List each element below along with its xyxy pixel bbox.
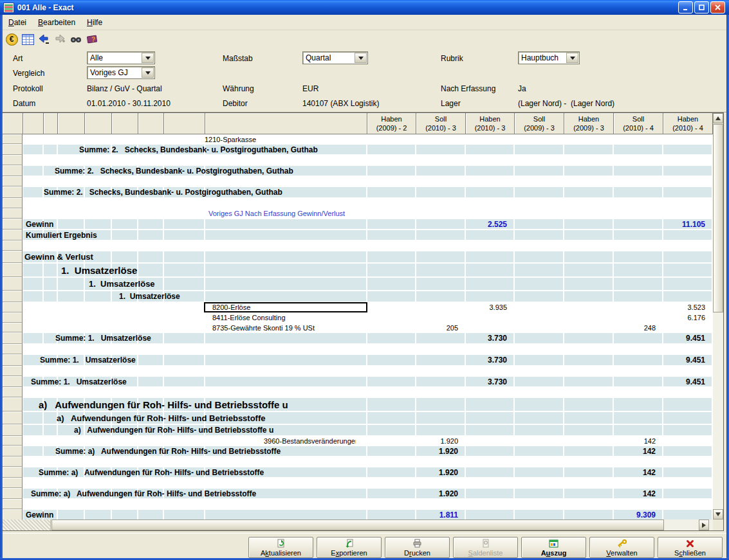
row-header[interactable] <box>3 366 23 376</box>
vertical-scrollbar[interactable] <box>713 113 723 519</box>
table-row[interactable]: 8735-Gewährte Skonti 19 % USt205248 <box>3 323 713 332</box>
row-header[interactable] <box>3 354 23 366</box>
column-header[interactable]: Soll(2010) - 3 <box>416 113 466 134</box>
row-header[interactable] <box>3 376 23 387</box>
row-header[interactable] <box>3 230 23 240</box>
row-header[interactable] <box>3 219 23 230</box>
column-header-empty[interactable] <box>44 113 58 134</box>
table-row[interactable]: Summe: 1. Umsatzerlöse3.7309.451 <box>3 332 713 344</box>
table-row[interactable]: 3960-Bestandsveränderungen1.920142 <box>3 436 713 446</box>
row-header[interactable] <box>3 176 23 186</box>
table-row[interactable]: Gewinn2.52511.105 <box>3 219 713 230</box>
minimize-button[interactable] <box>678 1 693 14</box>
table-row[interactable]: 8411-Erlöse Consulting6.176 <box>3 312 713 323</box>
column-header[interactable]: Haben(2009) - 3 <box>564 113 614 134</box>
row-header[interactable] <box>3 144 23 155</box>
column-header-empty[interactable] <box>85 113 112 134</box>
aktualisieren-button[interactable]: Aktualisieren <box>248 537 313 558</box>
schliessen-button[interactable]: Schließen <box>658 537 723 558</box>
table-row[interactable]: Voriges GJ Nach Erfassung Gewinn/Verlust <box>3 208 713 219</box>
table-row[interactable] <box>3 344 713 354</box>
table-row[interactable]: Summe: a) Aufwendungen für Roh- Hilfs- u… <box>3 488 713 499</box>
column-header[interactable]: Soll(2010) - 4 <box>614 113 663 134</box>
row-header[interactable] <box>3 456 23 467</box>
row-header[interactable] <box>3 302 23 312</box>
vertical-scroll-thumb[interactable] <box>713 124 723 312</box>
maximize-button[interactable] <box>694 1 709 14</box>
row-header[interactable] <box>3 478 23 488</box>
row-header[interactable] <box>3 411 23 424</box>
table-row[interactable]: Summe: 1. Umsatzerlöse3.7309.451 <box>3 354 713 366</box>
menu-hilfe[interactable]: Hilfe <box>81 17 108 28</box>
table-row[interactable]: a) Aufwendungen für Roh- Hilfs- und Betr… <box>3 397 713 411</box>
table-row[interactable]: Kumuliert Ergebnis <box>3 230 713 240</box>
table-row[interactable]: Summe: 2. Schecks, Bundesbank- u. Postgi… <box>3 144 713 155</box>
row-header[interactable] <box>3 291 23 302</box>
table-row[interactable] <box>3 198 713 208</box>
table-row[interactable]: Gewinn1.8119.309 <box>3 509 713 520</box>
table-row[interactable]: Summe: a) Aufwendungen für Roh- Hilfs- u… <box>3 446 713 456</box>
table-row[interactable] <box>3 456 713 467</box>
row-header[interactable] <box>3 436 23 446</box>
table-row[interactable]: Gewinn & Verlust <box>3 251 713 263</box>
table-row[interactable]: 1. Umsatzerlöse <box>3 291 713 302</box>
rubrik-select[interactable]: Hauptbuch <box>518 51 580 64</box>
menu-bearbeiten[interactable]: Bearbeiten <box>32 17 81 28</box>
row-header[interactable] <box>3 387 23 397</box>
massstab-select[interactable]: Quartal <box>302 51 368 64</box>
row-header[interactable] <box>3 240 23 251</box>
scroll-down-button[interactable] <box>713 509 723 519</box>
table-row[interactable]: Summe: 2. Schecks, Bundesbank- u. Postgi… <box>3 186 713 198</box>
row-header[interactable] <box>3 467 23 478</box>
column-header[interactable]: Haben(2009) - 2 <box>367 113 416 134</box>
column-header[interactable]: Haben(2010) - 3 <box>466 113 515 134</box>
auszug-button[interactable]: Auszug <box>521 537 586 558</box>
horizontal-scrollbar[interactable] <box>3 519 713 530</box>
row-header[interactable] <box>3 332 23 344</box>
row-header[interactable] <box>3 397 23 411</box>
back-icon[interactable] <box>37 32 51 46</box>
row-header[interactable] <box>3 251 23 263</box>
scroll-up-button[interactable] <box>713 113 723 123</box>
table-icon[interactable] <box>21 32 35 46</box>
row-header[interactable] <box>3 198 23 208</box>
table-row[interactable]: Summe: 2. Schecks, Bundesbank- u. Postgi… <box>3 165 713 176</box>
forward-icon[interactable] <box>53 32 67 46</box>
close-button[interactable] <box>710 1 725 14</box>
table-row[interactable] <box>3 176 713 186</box>
row-header[interactable] <box>3 323 23 332</box>
table-row[interactable] <box>3 155 713 165</box>
table-row[interactable]: 1. Umsatzerlöse <box>3 263 713 277</box>
art-select[interactable]: Alle <box>87 51 155 64</box>
table-row[interactable] <box>3 478 713 488</box>
table-row[interactable]: 8200-Erlöse3.9353.523 <box>3 302 713 312</box>
table-row[interactable] <box>3 366 713 376</box>
row-header[interactable] <box>3 165 23 176</box>
column-header-empty[interactable] <box>138 113 164 134</box>
column-header-empty[interactable] <box>58 113 85 134</box>
corner-header[interactable] <box>3 113 23 134</box>
column-header-empty[interactable] <box>205 113 367 134</box>
table-row[interactable] <box>3 499 713 509</box>
table-row[interactable]: 1210-Sparkasse <box>3 134 713 144</box>
table-row[interactable]: Summe: a) Aufwendungen für Roh- Hilfs- u… <box>3 467 713 478</box>
help-book-icon[interactable]: ? <box>85 32 99 46</box>
table-row[interactable]: 1. Umsatzerlöse <box>3 277 713 291</box>
table-row[interactable]: a) Aufwendungen für Roh- Hilfs- und Betr… <box>3 424 713 436</box>
row-header[interactable] <box>3 134 23 144</box>
chevron-down-icon[interactable] <box>566 53 578 63</box>
table-row[interactable] <box>3 240 713 251</box>
euro-icon[interactable]: € <box>5 32 19 46</box>
menu-datei[interactable]: Datei <box>3 17 32 28</box>
row-header[interactable] <box>3 312 23 323</box>
column-header[interactable]: Haben(2010) - 4 <box>663 113 713 134</box>
drucken-button[interactable]: Drucken <box>385 537 450 558</box>
column-header-empty[interactable] <box>112 113 138 134</box>
table-row[interactable]: Summe: 1. Umsatzerlöse3.7309.451 <box>3 376 713 387</box>
row-header[interactable] <box>3 509 23 520</box>
column-header[interactable]: Soll(2009) - 3 <box>515 113 564 134</box>
exportieren-button[interactable]: Exportieren <box>317 537 382 558</box>
row-header[interactable] <box>3 424 23 436</box>
row-header[interactable] <box>3 446 23 456</box>
row-header[interactable] <box>3 499 23 509</box>
